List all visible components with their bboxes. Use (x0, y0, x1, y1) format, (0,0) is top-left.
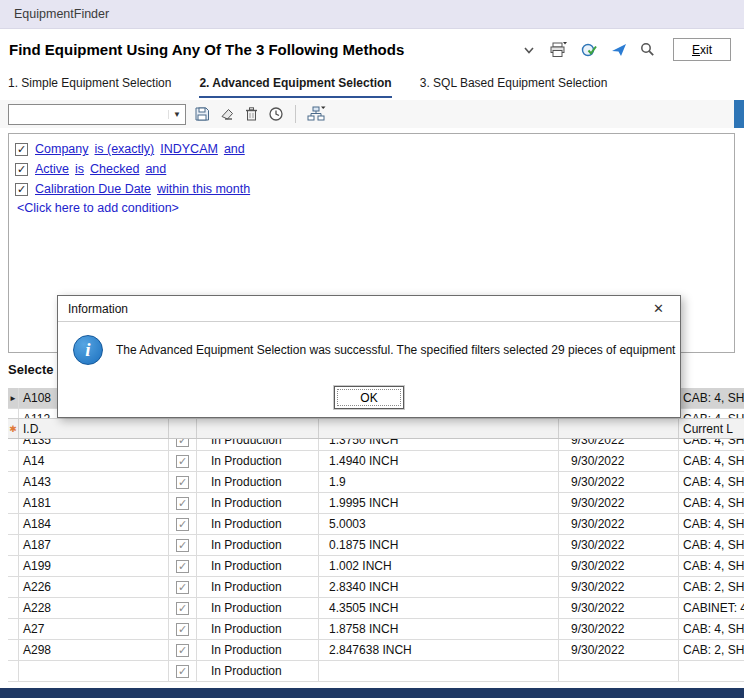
add-condition-link[interactable]: <Click here to add condition> (15, 201, 728, 215)
condition-segment[interactable]: is (exactly) (95, 142, 155, 156)
row-gutter-cell[interactable]: ► (8, 388, 19, 408)
bottom-bar (0, 688, 744, 698)
row-checkbox[interactable]: ✓ (176, 539, 189, 552)
column-header-date[interactable] (559, 419, 679, 438)
cell-checkbox: ✓ (169, 535, 197, 555)
condition-checkbox[interactable]: ✓ (15, 163, 28, 176)
table-row[interactable]: A228 ✓ In Production 4.3505 INCH 9/30/20… (8, 598, 744, 619)
row-gutter-cell[interactable] (8, 577, 19, 597)
cell-date: 9/30/2022 (559, 472, 679, 492)
condition-segment[interactable]: within this month (157, 182, 250, 196)
table-row[interactable]: A181 ✓ In Production 1.9995 INCH 9/30/20… (8, 493, 744, 514)
tab-simple-selection[interactable]: 1. Simple Equipment Selection (8, 76, 171, 98)
table-row[interactable]: A298 ✓ In Production 2.847638 INCH 9/30/… (8, 640, 744, 661)
history-button[interactable] (267, 105, 285, 123)
dropdown-button[interactable] (521, 42, 537, 58)
row-checkbox[interactable]: ✓ (176, 581, 189, 594)
print-button[interactable] (548, 40, 569, 59)
check-icon: ✓ (178, 603, 187, 614)
cell-location (679, 661, 744, 681)
condition-segment[interactable]: Calibration Due Date (35, 182, 151, 196)
ok-button[interactable]: OK (334, 386, 404, 409)
column-header-id[interactable]: I.D. (19, 419, 169, 438)
column-header-checkbox[interactable] (169, 419, 197, 438)
cell-location: CAB: 4, SH (679, 472, 744, 492)
table-row[interactable]: A14 ✓ In Production 1.4940 INCH 9/30/202… (8, 451, 744, 472)
tab-advanced-selection[interactable]: 2. Advanced Equipment Selection (199, 76, 391, 98)
row-gutter-cell[interactable] (8, 472, 19, 492)
condition-segment[interactable]: and (224, 142, 245, 156)
cell-checkbox: ✓ (169, 556, 197, 576)
check-icon: ✓ (17, 144, 26, 155)
row-checkbox[interactable]: ✓ (176, 665, 189, 678)
save-filter-button[interactable] (193, 105, 211, 123)
clear-filter-button[interactable] (218, 105, 236, 123)
chevron-down-icon (522, 43, 536, 57)
row-checkbox[interactable]: ✓ (176, 518, 189, 531)
cell-checkbox: ✓ (169, 577, 197, 597)
cell-status: In Production (197, 493, 319, 513)
table-row[interactable]: A226 ✓ In Production 2.8340 INCH 9/30/20… (8, 577, 744, 598)
equipment-grid: ✱ I.D. Current L ► A108 ✓ CAB: 4, SH A11… (8, 388, 744, 688)
cell-checkbox: ✓ (169, 514, 197, 534)
cell-date: 9/30/2022 (559, 493, 679, 513)
condition-segments: Calibration Due Datewithin this month (35, 182, 256, 196)
table-row[interactable]: A199 ✓ In Production 1.002 INCH 9/30/202… (8, 556, 744, 577)
dialog-title: Information (68, 302, 128, 316)
exit-mnemonic: E (692, 43, 700, 57)
row-checkbox[interactable]: ✓ (176, 560, 189, 573)
condition-segment[interactable]: INDYCAM (160, 142, 218, 156)
row-gutter-cell[interactable] (8, 451, 19, 471)
filter-condition: ✓ ActiveisCheckedand (15, 159, 728, 179)
table-row[interactable]: A187 ✓ In Production 0.1875 INCH 9/30/20… (8, 535, 744, 556)
condition-segment[interactable]: and (145, 162, 166, 176)
row-checkbox[interactable]: ✓ (176, 497, 189, 510)
condition-segment[interactable]: is (75, 162, 84, 176)
send-button[interactable] (610, 41, 628, 59)
cell-size: 1.9995 INCH (319, 493, 559, 513)
column-header-location[interactable]: Current L (679, 419, 744, 438)
table-row[interactable]: A143 ✓ In Production 1.9 9/30/2022 CAB: … (8, 472, 744, 493)
exit-button[interactable]: Exit (673, 38, 731, 61)
row-gutter-cell[interactable] (8, 598, 19, 618)
row-checkbox[interactable]: ✓ (176, 623, 189, 636)
filter-toolbar: ▼ (0, 100, 734, 128)
row-gutter-cell[interactable] (8, 493, 19, 513)
cell-date: 9/30/2022 (559, 514, 679, 534)
cell-date (559, 661, 679, 681)
row-gutter-cell[interactable] (8, 535, 19, 555)
column-header-size[interactable] (319, 419, 559, 438)
row-checkbox[interactable]: ✓ (176, 602, 189, 615)
condition-segment[interactable]: Company (35, 142, 89, 156)
condition-checkbox[interactable]: ✓ (15, 183, 28, 196)
search-button[interactable] (639, 41, 656, 58)
tab-sql-selection[interactable]: 3. SQL Based Equipment Selection (420, 76, 608, 98)
validate-button[interactable] (580, 41, 599, 59)
condition-segment[interactable]: Active (35, 162, 69, 176)
table-row[interactable]: ✓ In Production (8, 661, 744, 682)
row-checkbox[interactable]: ✓ (176, 476, 189, 489)
row-gutter-cell[interactable] (8, 514, 19, 534)
row-checkbox[interactable]: ✓ (176, 455, 189, 468)
condition-segment[interactable]: Checked (90, 162, 139, 176)
exit-label-rest: xit (700, 43, 712, 57)
table-row[interactable]: A184 ✓ In Production 5.0003 9/30/2022 CA… (8, 514, 744, 535)
dialog-close-button[interactable]: ✕ (647, 299, 670, 318)
trash-icon (244, 106, 259, 122)
grid-corner-cell[interactable]: ✱ (8, 419, 19, 438)
delete-filter-button[interactable] (243, 105, 260, 123)
row-gutter-cell[interactable] (8, 556, 19, 576)
row-checkbox[interactable]: ✓ (176, 644, 189, 657)
dialog-titlebar[interactable]: Information ✕ (58, 296, 680, 322)
hierarchy-button[interactable] (306, 105, 327, 123)
row-gutter-cell[interactable] (8, 661, 19, 681)
saved-filter-combobox[interactable]: ▼ (8, 104, 186, 125)
check-icon: ✓ (178, 561, 187, 572)
condition-checkbox[interactable]: ✓ (15, 143, 28, 156)
cell-status: In Production (197, 556, 319, 576)
column-header-status[interactable] (197, 419, 319, 438)
row-gutter-cell[interactable] (8, 640, 19, 660)
cell-location: CAB: 2, SH (679, 640, 744, 660)
row-gutter-cell[interactable] (8, 619, 19, 639)
table-row[interactable]: A27 ✓ In Production 1.8758 INCH 9/30/202… (8, 619, 744, 640)
